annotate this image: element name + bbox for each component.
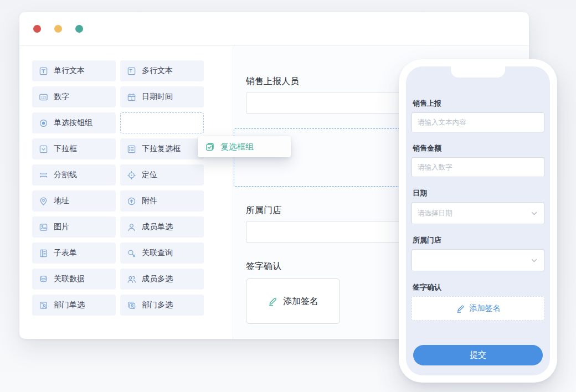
palette-item[interactable]: 成员多选: [120, 269, 204, 290]
phone-field-group: 销售上报 请输入文本内容: [412, 99, 544, 132]
palette-item-label: 下拉框: [54, 144, 77, 154]
image-icon: [39, 223, 48, 232]
phone-text-input[interactable]: 请输入文本内容: [412, 112, 544, 132]
palette-item-label: 单选按钮组: [54, 118, 92, 128]
window-titlebar: [19, 12, 529, 46]
palette-item[interactable]: 单行文本: [32, 60, 116, 81]
palette-item[interactable]: 关联数据: [32, 269, 116, 290]
mobile-preview-phone: 销售上报 请输入文本内容 销售金额 请输入数字 日期 请选择日期: [399, 59, 557, 383]
palette-item-label: 图片: [54, 222, 69, 232]
dragged-field-label: 复选框组: [220, 142, 254, 152]
radio-group-icon: [39, 118, 48, 128]
canvas-field-label: 所属门店: [246, 205, 281, 216]
phone-notch: [451, 66, 505, 78]
address-pin-icon: [39, 197, 48, 206]
palette-item[interactable]: 地址: [32, 190, 116, 212]
checkbox-group-icon: [205, 142, 215, 152]
member-multi-icon: [127, 275, 136, 284]
palette-item-label: 地址: [54, 196, 69, 206]
multi-line-text-icon: [127, 66, 136, 76]
phone-date-select[interactable]: 请选择日期: [412, 202, 544, 224]
palette-item[interactable]: 分割线: [32, 164, 116, 185]
dragged-field-card[interactable]: 复选框组: [198, 136, 291, 157]
canvas-add-signature-label: 添加签名: [283, 296, 318, 307]
phone-number-input[interactable]: 请输入数字: [412, 157, 544, 177]
phone-field-label: 所属门店: [412, 235, 544, 245]
palette-item-label: 定位: [142, 170, 157, 180]
canvas-add-signature-button[interactable]: 添加签名: [246, 278, 340, 324]
phone-field-group: 销售金额 请输入数字: [412, 143, 544, 177]
attachment-upload-icon: [127, 197, 136, 206]
input-placeholder: 请输入文本内容: [418, 118, 466, 127]
number-icon: 123: [39, 92, 48, 102]
phone-add-signature-label: 添加签名: [470, 303, 501, 313]
submit-button[interactable]: 提交: [413, 345, 543, 365]
phone-screen: 销售上报 请输入文本内容 销售金额 请输入数字 日期 请选择日期: [406, 66, 550, 375]
palette-item[interactable]: 单选按钮组: [32, 112, 116, 133]
palette-item-label: 成员单选: [142, 222, 173, 232]
canvas-field-label: 销售上报人员: [246, 76, 299, 87]
palette-item-label: 子表单: [54, 248, 77, 258]
divider-icon: [39, 171, 48, 180]
palette-item[interactable]: 部门多选: [120, 295, 204, 316]
palette-item-label: 分割线: [54, 170, 77, 180]
single-line-text-icon: [39, 66, 48, 76]
pencil-icon: [456, 304, 465, 313]
palette-item-label: 部门多选: [142, 300, 173, 310]
palette-item[interactable]: 1日期时间: [120, 86, 204, 107]
palette-item-label: 多行文本: [142, 66, 173, 76]
palette-item[interactable]: 成员单选: [120, 216, 204, 238]
dept-multi-icon: [127, 301, 136, 310]
palette-item[interactable]: 下拉复选框: [120, 138, 204, 159]
dept-single-icon: [39, 301, 48, 310]
chevron-down-icon: [530, 209, 538, 218]
phone-field-label: 签字确认: [412, 282, 544, 292]
palette-item-label: 单行文本: [54, 66, 85, 76]
input-placeholder: 请输入数字: [418, 163, 452, 172]
palette-item-label: 部门单选: [54, 300, 85, 310]
dropdown-icon: [39, 145, 48, 154]
palette-item-label: 附件: [142, 196, 157, 206]
palette-item-label: 成员多选: [142, 274, 173, 284]
palette-item-label: 关联数据: [54, 274, 85, 284]
palette-item[interactable]: 定位: [120, 164, 204, 185]
related-query-icon: [127, 249, 136, 258]
phone-field-label: 销售上报: [412, 99, 544, 109]
pencil-icon: [268, 296, 278, 307]
canvas-field-label: 签字确认: [246, 261, 281, 272]
field-palette: 单行文本多行文本123数字1日期时间单选按钮组下拉框下拉复选框分割线定位地址附件…: [32, 60, 204, 316]
input-placeholder: 请选择日期: [418, 209, 452, 218]
related-data-icon: [39, 275, 48, 284]
phone-add-signature-button[interactable]: 添加签名: [412, 296, 544, 321]
palette-item-label: 下拉复选框: [142, 144, 181, 154]
palette-item[interactable]: 图片: [32, 216, 116, 238]
minimize-window-icon[interactable]: [54, 25, 62, 33]
phone-field-group: 日期 请选择日期: [412, 188, 544, 224]
palette-item-label: 关联查询: [142, 248, 173, 258]
palette-item[interactable]: 下拉框: [32, 138, 116, 159]
palette-item[interactable]: 附件: [120, 190, 204, 212]
phone-field-group: 签字确认 添加签名: [412, 282, 544, 321]
dropdown-multi-icon: [127, 145, 136, 154]
palette-item[interactable]: 部门单选: [32, 295, 116, 316]
subform-icon: [39, 249, 48, 258]
close-window-icon[interactable]: [33, 25, 41, 33]
palette-drop-placeholder[interactable]: [120, 112, 204, 133]
chevron-down-icon: [530, 256, 538, 265]
phone-field-label: 日期: [412, 188, 544, 198]
phone-field-group: 所属门店: [412, 235, 544, 271]
member-single-icon: [127, 223, 136, 232]
phone-store-select[interactable]: [412, 249, 544, 271]
datetime-icon: 1: [127, 92, 136, 102]
palette-item[interactable]: 关联查询: [120, 243, 204, 264]
maximize-window-icon[interactable]: [75, 25, 83, 33]
locate-icon: [127, 171, 136, 180]
palette-item-label: 数字: [54, 92, 69, 102]
palette-item[interactable]: 子表单: [32, 243, 116, 264]
phone-field-label: 销售金额: [412, 143, 544, 153]
svg-text:123: 123: [41, 95, 46, 99]
palette-item[interactable]: 多行文本: [120, 60, 204, 81]
palette-item[interactable]: 123数字: [32, 86, 116, 107]
svg-text:1: 1: [131, 96, 132, 100]
palette-item-label: 日期时间: [142, 92, 173, 102]
